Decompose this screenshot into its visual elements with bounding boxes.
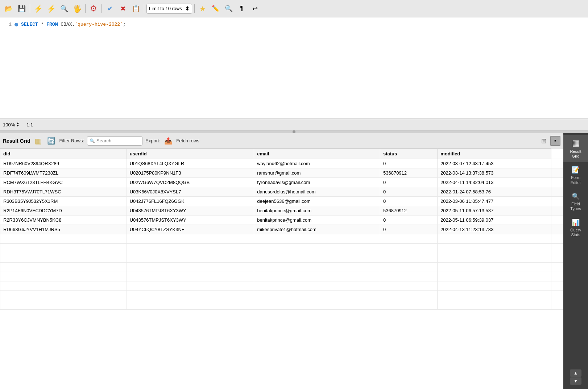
sidebar-item-result-grid[interactable]: ▦ ResultGrid (563, 135, 588, 162)
snippet-btn[interactable]: 📋 (130, 3, 142, 14)
table-row[interactable]: R2P14F6N0VFCDDCYM7DU043576TMPJST6XY3WYbe… (0, 206, 563, 216)
open-file-btn[interactable]: 📂 (3, 3, 15, 14)
table-cell-email: wayland62@hotmail.com (254, 159, 380, 168)
col-email[interactable]: email (254, 149, 380, 159)
table-cell-modified: 2022-01-24 07:58:53.76 (438, 187, 551, 197)
table-row[interactable]: RCM7WX6T23TLFFBKGVCU02WG6W7QVD2M8QQGBtyr… (0, 178, 563, 187)
separator-1 (30, 4, 30, 13)
table-cell-empty (0, 281, 127, 291)
check-btn[interactable]: ✔ (104, 3, 116, 14)
line-number: 1 (3, 21, 12, 28)
search-btn[interactable]: 🔍 (58, 3, 70, 14)
execute-btn[interactable]: ⚡ (32, 3, 44, 14)
sidebar-item-field-types[interactable]: 🔍 FieldTypes (563, 189, 588, 215)
table-cell-extra (551, 159, 563, 168)
sql-keyword-from: FROM (46, 21, 58, 28)
table-cell-email: benitakprince@gmail.com (254, 206, 380, 216)
table-cell-empty (380, 234, 437, 244)
table-cell-empty (254, 272, 380, 281)
sql-editor[interactable]: 1 SELECT * FROM CBAX.`query-hive-2022`; (0, 17, 588, 119)
table-row[interactable]: RDH3T75VWJ70TL71WSCU03K66V0J0X8XVYSL7dan… (0, 187, 563, 197)
table-cell-empty (438, 263, 551, 272)
table-cell-email: danesordelus@hotmail.com (254, 187, 380, 197)
table-cell-empty (0, 244, 127, 253)
table-row-empty (0, 253, 563, 263)
result-grid-view-btn[interactable]: ▦ (33, 136, 43, 146)
table-cell-extra (551, 187, 563, 197)
zoom-btn[interactable]: 🔍 (223, 3, 235, 14)
table-cell-extra (551, 168, 563, 178)
table-cell-modified: 2022-03-14 13:37:38.573 (438, 168, 551, 178)
query-stats-sidebar-label: QueryStats (570, 228, 581, 237)
table-cell-modified: 2022-05-11 06:57:13.537 (438, 206, 551, 216)
col-userdid[interactable]: userdid (127, 149, 254, 159)
result-grid-title: Result Grid (3, 138, 30, 144)
chevron-up-btn[interactable]: ▲ (570, 369, 581, 377)
settings-btn[interactable]: ⚙ (88, 3, 99, 14)
export-btn[interactable]: 📤 (163, 136, 173, 146)
save-btn[interactable]: 💾 (16, 3, 28, 14)
limit-selector[interactable]: Limit to 10 rows ⬍ (146, 4, 192, 14)
sql-schema: CBAX. (61, 21, 75, 28)
table-row[interactable]: RD97NR60V2894QRX289U01QS68XYL4LQXYGLRway… (0, 159, 563, 168)
filter-search-box[interactable]: 🔍 (87, 136, 142, 146)
export-label: Export: (145, 138, 160, 143)
table-cell-did: R303B35Y9J532Y5X1RM (0, 197, 127, 206)
table-cell-userdid: U020175P80KP9NN1F3 (127, 168, 254, 178)
data-table-container[interactable]: did userdid email status modified RD97NR… (0, 149, 563, 389)
sidebar-item-form-editor[interactable]: 📝 FormEditor (563, 162, 588, 188)
table-cell-extra (551, 206, 563, 216)
sql-semi: ; (123, 21, 126, 28)
table-cell-empty (380, 281, 437, 291)
toggle-panel-btn[interactable]: ▪ (550, 136, 560, 146)
sql-star: * (41, 21, 44, 28)
table-cell-status: 0 (380, 178, 437, 187)
cancel-btn[interactable]: ✖ (117, 3, 129, 14)
zoom-stepper[interactable]: ▲ ▼ (16, 122, 22, 127)
col-did[interactable]: did (0, 149, 127, 159)
table-cell-empty (380, 244, 437, 253)
table-cell-empty (127, 272, 254, 281)
sidebar-item-query-stats[interactable]: 📊 QueryStats (563, 215, 588, 241)
table-cell-modified: 2022-03-06 11:05:47.477 (438, 197, 551, 206)
table-cell-modified: 2022-04-11 14:32:04.013 (438, 178, 551, 187)
table-row[interactable]: R2R33Y6CJVMNYBN5KC8U043576TMPJST6XY3WYbe… (0, 216, 563, 225)
paragraph-btn[interactable]: ¶ (236, 3, 248, 14)
zoom-down-icon[interactable]: ▼ (16, 125, 22, 127)
col-modified[interactable]: modified (438, 149, 551, 159)
table-row[interactable]: RDF74T609LWMT7238ZLU020175P80KP9NN1F3ram… (0, 168, 563, 178)
main-toolbar: 📂 💾 ⚡ ⚡ 🔍 🖐 ⚙ ✔ ✖ 📋 Limit to 10 rows ⬍ ★… (0, 0, 588, 17)
table-cell-email: deejean5636@gmail.com (254, 197, 380, 206)
table-cell-email: mikesprivate1@hotmail.com (254, 225, 380, 234)
cursor-position: 1:1 (26, 122, 33, 127)
separator-4 (144, 4, 144, 13)
filter-search-input[interactable] (96, 138, 140, 143)
execute-current-btn[interactable]: ⚡ (45, 3, 57, 14)
zoom-value: 100% (3, 122, 15, 127)
table-cell-status: 0 (380, 159, 437, 168)
sql-table: `query-hive-2022` (75, 21, 123, 28)
table-cell-userdid: U02WG6W7QVD2M8QQGB (127, 178, 254, 187)
table-row[interactable]: R303B35Y9J532Y5X1RMU042J776FL16FQZ6GGKde… (0, 197, 563, 206)
result-grid-sidebar-label: ResultGrid (570, 149, 581, 159)
fetch-rows-btn[interactable]: ⊞ (539, 136, 549, 146)
sql-keyword-select: SELECT (21, 21, 38, 28)
stop-btn[interactable]: 🖐 (71, 3, 83, 14)
table-cell-empty (0, 253, 127, 263)
bookmark-btn[interactable]: ★ (197, 3, 208, 14)
table-cell-status: 0 (380, 216, 437, 225)
result-refresh-btn[interactable]: 🔄 (46, 136, 56, 146)
table-cell-empty (127, 234, 254, 244)
result-main: Result Grid ▦ 🔄 Filter Rows: 🔍 Export: 📤… (0, 133, 563, 389)
col-status[interactable]: status (380, 149, 437, 159)
field-types-sidebar-icon: 🔍 (572, 192, 580, 200)
table-row-empty (0, 281, 563, 291)
table-cell-did: RCM7WX6T23TLFFBKGVC (0, 178, 127, 187)
table-cell-empty (438, 272, 551, 281)
chevron-down-btn[interactable]: ▼ (570, 377, 581, 385)
misc-btn[interactable]: ↩ (249, 3, 261, 14)
table-cell-modified: 2022-03-07 12:43:17.453 (438, 159, 551, 168)
format-btn[interactable]: ✏️ (210, 3, 221, 14)
drag-handle[interactable] (0, 130, 588, 133)
table-row[interactable]: RD668G6JYVV1H1MJRS5U04YC6QCY8TZSYK3NFmik… (0, 225, 563, 234)
